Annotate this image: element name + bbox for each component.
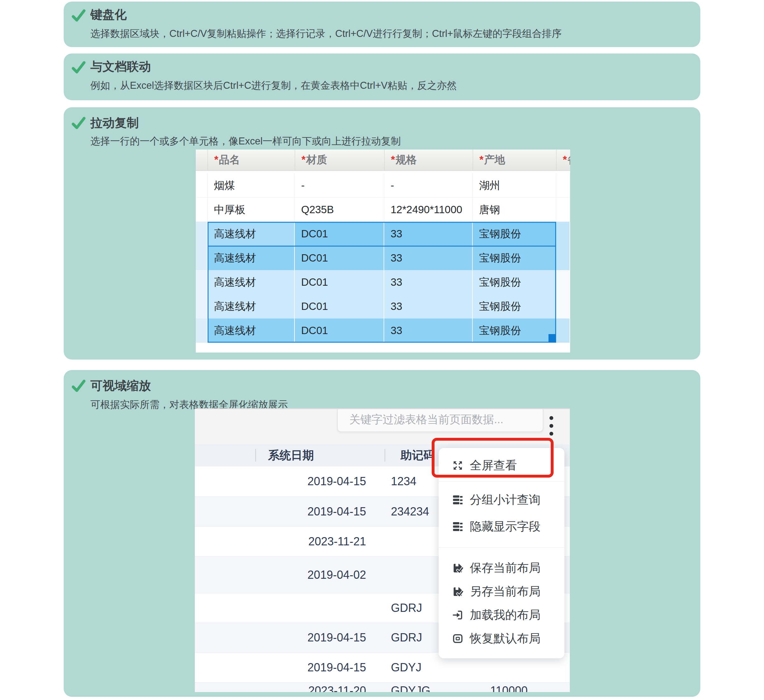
date-cell[interactable]: 2019-04-15 xyxy=(255,623,366,652)
table-cell[interactable] xyxy=(556,294,570,319)
row-gutter[interactable] xyxy=(196,173,208,198)
menu-item-fullscreen[interactable]: 全屏查看 xyxy=(439,454,564,477)
row-gutter[interactable] xyxy=(196,198,208,222)
column-header[interactable]: *规格 xyxy=(384,150,473,170)
table-cell[interactable]: DC01 xyxy=(295,270,384,294)
menu-item-save-layout[interactable]: 保存当前布局 xyxy=(439,556,564,580)
code-cell[interactable]: 1234 xyxy=(391,466,416,496)
card-title: 可视域缩放 xyxy=(91,378,151,394)
table-cell[interactable]: 中厚板 xyxy=(208,198,295,222)
table-row-clipped[interactable]: 2023-11-20 GDYJG 110000 xyxy=(195,683,570,692)
date-cell[interactable]: 2019-04-15 xyxy=(255,466,366,496)
column-header[interactable]: *材质 xyxy=(295,150,384,170)
card-title: 拉动复制 xyxy=(91,115,139,131)
code-cell[interactable]: GDRJ xyxy=(391,623,422,652)
table-cell[interactable] xyxy=(556,319,570,343)
table-cell[interactable]: 湖州 xyxy=(473,173,556,198)
group-rows-icon xyxy=(452,494,463,506)
menu-item-group-subtotal[interactable]: 分组小计查询 xyxy=(439,488,564,512)
table-cell[interactable]: DC01 xyxy=(295,246,384,270)
keyword-filter-input[interactable] xyxy=(337,408,543,432)
header-divider xyxy=(385,449,385,462)
table-cell[interactable]: 高速线材 xyxy=(208,319,295,343)
table-cell[interactable]: Q235B xyxy=(295,198,384,222)
date-cell[interactable]: 2019-04-02 xyxy=(255,556,366,593)
table-cell[interactable] xyxy=(556,222,570,246)
table-cell[interactable]: - xyxy=(295,173,384,198)
table-cell[interactable]: 宝钢股份 xyxy=(473,270,556,294)
table-cell[interactable]: 高速线材 xyxy=(208,294,295,319)
table-cell[interactable]: 宝钢股份 xyxy=(473,246,556,270)
check-icon xyxy=(71,116,86,130)
column-header[interactable]: *品名 xyxy=(208,150,295,170)
table-cell[interactable]: DC01 xyxy=(295,222,384,246)
column-header[interactable]: 助记码 xyxy=(401,444,435,466)
save-layout-icon xyxy=(452,562,463,574)
table-row[interactable]: 烟煤 - - 湖州 xyxy=(196,173,570,198)
feature-doc-page: 键盘化 选择数据区域块，Ctrl+C/V复制粘贴操作；选择行记录，Ctrl+C/… xyxy=(0,0,764,700)
column-header[interactable]: 系统日期 xyxy=(268,444,314,466)
card-viewport-zoom: 可视域缩放 可根据实际所需，对表格数据全屏化缩放展示 系统日期 助记码 2019… xyxy=(64,370,700,697)
menu-item-load-layout[interactable]: 加载我的布局 xyxy=(439,603,564,627)
column-header-clipped[interactable]: *备注 xyxy=(556,150,570,170)
table-cell[interactable]: 33 xyxy=(384,270,473,294)
table-cell[interactable]: - xyxy=(384,173,473,198)
table-row-drag-preview[interactable]: 高速线材 DC01 33 宝钢股份 xyxy=(196,270,570,294)
table-cell[interactable]: DC01 xyxy=(295,294,384,319)
menu-item-save-as-layout[interactable]: 另存当前布局 xyxy=(439,580,564,603)
table-cell[interactable]: 33 xyxy=(384,246,473,270)
table-cell[interactable] xyxy=(556,246,570,270)
table-cell[interactable]: 33 xyxy=(384,319,473,343)
row-gutter[interactable] xyxy=(196,222,208,246)
table-cell[interactable]: 宝钢股份 xyxy=(473,319,556,343)
row-gutter[interactable] xyxy=(196,246,208,270)
table-row-selected[interactable]: 高速线材 DC01 33 宝钢股份 xyxy=(196,319,570,343)
table-cell[interactable]: DC01 xyxy=(295,319,384,343)
table-cell[interactable]: 高速线材 xyxy=(208,270,295,294)
fill-drag-handle[interactable] xyxy=(548,334,556,342)
extra-cell[interactable]: 110000 xyxy=(490,683,528,692)
menu-item-hide-fields[interactable]: 隐藏显示字段 xyxy=(439,515,564,538)
card-description: 选择数据区域块，Ctrl+C/V复制粘贴操作；选择行记录，Ctrl+C/V进行行… xyxy=(91,27,562,41)
row-gutter[interactable] xyxy=(196,270,208,294)
date-cell[interactable] xyxy=(255,594,366,623)
table-cell[interactable]: 12*2490*11000 xyxy=(384,198,473,222)
table-row[interactable]: 中厚板 Q235B 12*2490*11000 唐钢 xyxy=(196,198,570,222)
table-cell[interactable]: 高速线材 xyxy=(208,246,295,270)
code-cell[interactable]: GDYJG xyxy=(391,683,431,692)
table-cell[interactable]: 宝钢股份 xyxy=(473,222,556,246)
kebab-menu-icon[interactable] xyxy=(547,414,556,439)
code-cell[interactable]: GDRJ xyxy=(391,594,422,623)
table-row-selected[interactable]: 高速线材 DC01 33 宝钢股份 xyxy=(196,222,570,246)
date-cell[interactable]: 2019-04-15 xyxy=(255,653,366,682)
save-as-layout-icon xyxy=(452,586,463,597)
column-header[interactable]: *产地 xyxy=(473,150,556,170)
table-cell[interactable]: 宝钢股份 xyxy=(473,294,556,319)
row-gutter[interactable] xyxy=(196,319,208,343)
table-cell[interactable]: 33 xyxy=(384,294,473,319)
code-cell[interactable]: 234234 xyxy=(391,497,429,526)
selection-origin-divider xyxy=(208,245,555,247)
table-row-drag-preview[interactable]: 高速线材 DC01 33 宝钢股份 xyxy=(196,294,570,319)
table-cell[interactable] xyxy=(556,198,570,222)
date-cell[interactable]: 2019-04-15 xyxy=(255,497,366,526)
card-drag-copy: 拉动复制 选择一行的一个或多个单元格，像Excel一样可向下或向上进行拉动复制 … xyxy=(64,107,700,359)
date-cell[interactable]: 2023-11-21 xyxy=(255,527,366,556)
table-cell[interactable]: 烟煤 xyxy=(208,173,295,198)
row-gutter[interactable] xyxy=(196,294,208,319)
table-cell[interactable] xyxy=(556,270,570,294)
restore-layout-icon xyxy=(452,633,463,644)
card-keyboard: 键盘化 选择数据区域块，Ctrl+C/V复制粘贴操作；选择行记录，Ctrl+C/… xyxy=(64,2,700,47)
card-doc-link: 与文档联动 例如，从Excel选择数据区块后Ctrl+C进行复制，在黄金表格中C… xyxy=(64,53,700,100)
code-cell[interactable]: GDYJ xyxy=(391,653,421,682)
card-title: 键盘化 xyxy=(91,7,127,23)
date-cell[interactable]: 2023-11-20 xyxy=(255,683,366,692)
table-cell[interactable]: 33 xyxy=(384,222,473,246)
table-row-selected[interactable]: 高速线材 DC01 33 宝钢股份 xyxy=(196,246,570,270)
menu-item-restore-layout[interactable]: 恢复默认布局 xyxy=(439,627,564,650)
card-description: 选择一行的一个或多个单元格，像Excel一样可向下或向上进行拉动复制 xyxy=(91,134,401,148)
table-cell[interactable] xyxy=(556,173,570,198)
table-cell[interactable]: 高速线材 xyxy=(208,222,295,246)
menu-divider xyxy=(439,481,564,481)
table-cell[interactable]: 唐钢 xyxy=(473,198,556,222)
